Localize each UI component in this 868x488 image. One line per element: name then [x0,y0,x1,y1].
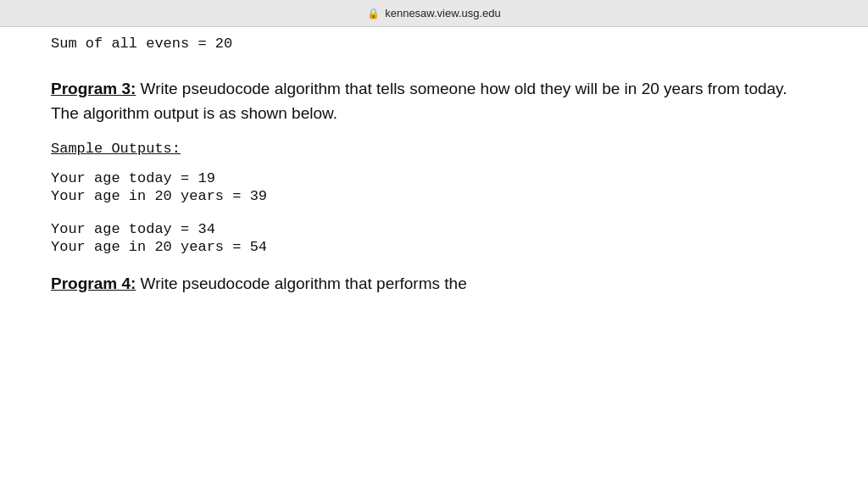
program4-label: Program 4: [51,274,136,292]
browser-bar: 🔒 kennesaw.view.usg.edu [0,0,868,27]
sample2-line2: Your age in 20 years = 54 [51,239,817,255]
program3-desc-text: Write pseudocode algorithm that tells so… [51,80,787,122]
program4-heading: Program 4: Write pseudocode algorithm th… [51,272,817,297]
sample-block-2: Your age today = 34 Your age in 20 years… [51,221,817,255]
program3-heading: Program 3: Write pseudocode algorithm th… [51,77,817,125]
sample1-line1: Your age today = 19 [51,170,817,186]
program3-label: Program 3: [51,80,136,97]
top-code-line: Sum of all evens = 20 [51,36,817,52]
page-content: Sum of all evens = 20 Program 3: Write p… [0,27,868,488]
lock-icon: 🔒 [367,8,380,19]
sample1-line2: Your age in 20 years = 39 [51,188,817,204]
sample-outputs-label: Sample Outputs: [51,141,817,157]
sample-block-1: Your age today = 19 Your age in 20 years… [51,170,817,204]
sample2-line1: Your age today = 34 [51,221,817,237]
url-bar[interactable]: kennesaw.view.usg.edu [385,7,501,19]
program4-description: Write pseudocode algorithm that performs… [141,274,467,292]
